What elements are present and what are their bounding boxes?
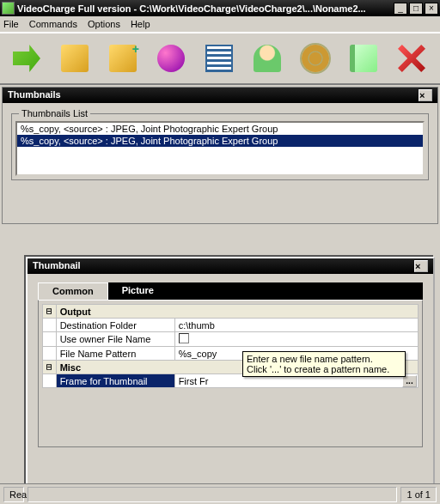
thumbnails-list-group: Thumbnails List %s_copy, <source> : JPEG… [11, 113, 429, 180]
notebook-icon [350, 45, 377, 72]
wizard-button[interactable] [150, 39, 192, 78]
tab-common[interactable]: Common [38, 282, 108, 300]
list-item[interactable]: %s_copy, <source> : JPEG, Joint Photogra… [17, 135, 423, 147]
prop-filename-pattern-label: File Name Pattern [56, 347, 174, 361]
minimize-button[interactable]: _ [394, 3, 407, 15]
tooltip: Enter a new file name pattern. Click '..… [242, 351, 406, 377]
window-titlebar: VideoCharge Full version - C:\Work\Video… [0, 0, 440, 16]
app-icon [2, 2, 15, 15]
maximize-button[interactable]: □ [409, 3, 423, 15]
category-output: Output [56, 305, 418, 319]
user-icon [254, 45, 281, 72]
window-title: VideoCharge Full version - C:\Work\Video… [17, 3, 394, 14]
dialog-close-button[interactable]: × [414, 260, 428, 272]
delete-button[interactable] [390, 39, 433, 78]
list-item[interactable]: %s_copy, <source> : JPEG, Joint Photogra… [17, 123, 423, 135]
prop-dest-folder-value[interactable]: c:\thumb [174, 319, 418, 332]
thumbnail-dialog: Thumbnail × Common Picture ⊟Output Desti… [26, 257, 435, 504]
x-icon [398, 45, 425, 72]
prop-frame-thumbnail-label: Frame for Thumbnail [56, 374, 174, 388]
status-bar: Rea 1 of 1 [0, 483, 440, 504]
add-button[interactable] [101, 39, 144, 78]
menu-options[interactable]: Options [88, 19, 120, 29]
thumbnails-list-label: Thumbnails List [19, 108, 90, 118]
folder-icon [61, 45, 89, 72]
prop-owner-filename-label: Use owner File Name [56, 332, 174, 347]
video-button[interactable] [198, 39, 241, 78]
panel-close-button[interactable]: × [419, 89, 432, 101]
thumbnails-panel: Thumbnails × Thumbnails List %s_copy, <s… [2, 87, 438, 224]
prop-dest-folder-label: Destination Folder [56, 319, 174, 332]
status-ready: Rea [3, 487, 24, 502]
menu-bar: File Commands Options Help [0, 16, 440, 33]
collapse-toggle[interactable]: ⊟ [43, 361, 57, 374]
wand-icon [157, 45, 185, 72]
film-icon [205, 45, 233, 72]
thumbnails-listbox[interactable]: %s_copy, <source> : JPEG, Joint Photogra… [15, 121, 425, 176]
thumbnails-panel-title: Thumbnails [8, 89, 61, 101]
dialog-title: Thumbnail [33, 260, 81, 272]
collapse-toggle[interactable]: ⊟ [43, 305, 57, 319]
dialog-tabs: Common Picture [38, 282, 423, 300]
menu-commands[interactable]: Commands [29, 19, 77, 29]
run-button[interactable] [5, 39, 48, 78]
log-button[interactable] [342, 39, 385, 78]
settings-button[interactable] [294, 39, 337, 78]
gear-icon [302, 45, 329, 72]
open-button[interactable] [53, 39, 96, 78]
close-button[interactable]: × [425, 3, 438, 15]
prop-owner-filename-value[interactable] [174, 332, 418, 347]
arrow-icon [13, 45, 40, 72]
menu-file[interactable]: File [3, 19, 19, 29]
content-area: Thumbnails × Thumbnails List %s_copy, <s… [0, 84, 440, 483]
ellipsis-button[interactable]: ... [402, 375, 417, 387]
tab-content: ⊟Output Destination Folderc:\thumb Use o… [38, 300, 423, 447]
menu-help[interactable]: Help [131, 19, 150, 29]
checkbox-icon[interactable] [179, 333, 189, 343]
tab-picture[interactable]: Picture [108, 282, 168, 300]
status-pages: 1 of 1 [400, 487, 437, 502]
folder-plus-icon [109, 45, 137, 72]
status-spacer [28, 487, 397, 502]
profile-button[interactable] [246, 39, 289, 78]
main-toolbar [0, 33, 440, 84]
